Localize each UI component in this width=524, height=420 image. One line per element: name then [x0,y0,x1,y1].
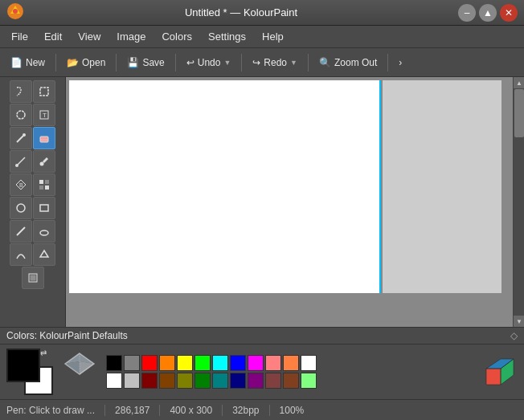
svg-rect-15 [39,180,43,184]
palette-color[interactable] [212,373,228,389]
palette-color[interactable] [301,355,317,371]
palette-color[interactable] [124,355,140,371]
palette-color[interactable] [106,355,122,371]
status-coordinates: 286,187 [105,405,160,416]
palette-color[interactable] [301,373,317,389]
palette-color[interactable] [283,355,299,371]
redo-arrow: ▼ [290,59,297,67]
tool-row [10,150,55,173]
undo-button[interactable]: ↩ Undo ▼ [179,51,239,74]
canvas-area[interactable] [66,77,513,327]
status-zoom: 100% [270,405,314,416]
flood-fill-tool[interactable]: B [10,173,32,196]
palette-color[interactable] [283,373,299,389]
svg-line-7 [17,136,23,142]
palette-color[interactable] [177,373,193,389]
new-label: New [26,57,45,68]
open-icon: 📂 [67,57,79,68]
status-message: Pen: Click to draw ... [6,405,105,416]
more-button[interactable]: › [391,51,409,74]
new-button[interactable]: 📄 New [3,51,52,74]
svg-point-12 [15,164,18,167]
poly-select-tool[interactable] [33,220,55,243]
open-label: Open [82,57,105,68]
eyedropper-tool[interactable] [33,150,55,173]
color-panel-title: Colors: KolourPaint Defaults [6,330,128,341]
pen-tool[interactable] [10,150,32,173]
ellipse-select-tool[interactable] [10,104,32,126]
palette-color[interactable] [230,373,246,389]
vertical-scrollbar[interactable]: ▲ ▼ [513,77,524,327]
save-icon: 💾 [127,57,139,68]
more-icon: › [399,57,402,68]
color-panel-expand-icon[interactable]: ◇ [510,330,518,341]
undo-arrow: ▼ [223,59,231,67]
freehand-select-tool[interactable] [10,80,32,103]
palette-color[interactable] [106,373,122,389]
palette-color[interactable] [248,373,264,389]
palette-color[interactable] [248,355,264,371]
palette-color[interactable] [159,355,175,371]
color-picker-tool[interactable] [33,173,55,196]
palette-row-1 [106,355,471,371]
svg-line-21 [17,227,25,235]
app-logo [6,2,24,22]
scroll-down-button[interactable]: ▼ [514,316,524,327]
foreground-color-swatch[interactable] [6,349,40,382]
zoom-out-icon: 🔍 [319,57,331,68]
line-tool[interactable] [10,220,32,243]
rect-tool[interactable] [33,197,55,219]
palette-color[interactable] [265,373,281,389]
menu-edit[interactable]: Edit [36,27,70,46]
curve-tool[interactable] [10,243,32,266]
window-title: Untitled * — KolourPaint [24,6,458,18]
svg-point-13 [40,162,44,166]
tool-row [10,220,55,243]
menu-image[interactable]: Image [108,27,154,46]
rect-select-tool[interactable] [33,80,55,103]
polygon-tool[interactable] [33,243,55,266]
eraser-tool[interactable] [33,127,55,149]
palette-color[interactable] [124,373,140,389]
scroll-up-button[interactable]: ▲ [514,77,524,88]
palette-color[interactable] [141,355,158,371]
canvas-container[interactable]: ▲ ▼ [66,77,524,327]
palette-color[interactable] [177,355,193,371]
menu-colors[interactable]: Colors [154,27,200,46]
color-selector: ⇄ [6,349,53,395]
close-button[interactable]: ✕ [500,4,518,22]
scroll-track[interactable] [514,88,524,316]
brush-tool[interactable] [10,127,32,149]
palette-color[interactable] [194,373,211,389]
tool-panel: T [0,77,66,327]
menu-file[interactable]: File [3,27,36,46]
maximize-button[interactable]: ▲ [479,4,497,22]
palette-color[interactable] [265,355,281,371]
select-all-tool[interactable] [22,267,44,289]
svg-text:T: T [43,112,47,119]
swap-colors-button[interactable]: ⇄ [40,349,53,361]
palette-color[interactable] [159,373,175,389]
menu-view[interactable]: View [70,27,108,46]
svg-rect-20 [40,205,48,211]
tool-row: B [10,173,55,196]
drawing-canvas[interactable] [69,80,381,293]
canvas-background [383,80,501,293]
menu-help[interactable]: Help [254,27,292,46]
palette-color[interactable] [230,355,246,371]
minimize-button[interactable]: – [458,4,476,22]
menu-settings[interactable]: Settings [200,27,254,46]
title-bar: Untitled * — KolourPaint – ▲ ✕ [0,0,524,26]
scroll-thumb[interactable] [514,89,524,137]
redo-button[interactable]: ↪ Redo ▼ [245,51,305,74]
palette-color[interactable] [212,355,228,371]
text-tool[interactable]: T [33,104,55,126]
color-panel-body: ⇄ [0,345,524,399]
palette-color[interactable] [141,373,158,389]
zoom-out-button[interactable]: 🔍 Zoom Out [312,51,384,74]
tool-row [22,267,44,289]
ellipse-tool[interactable] [10,197,32,219]
save-button[interactable]: 💾 Save [120,51,171,74]
palette-color[interactable] [194,355,211,371]
open-button[interactable]: 📂 Open [59,51,113,74]
